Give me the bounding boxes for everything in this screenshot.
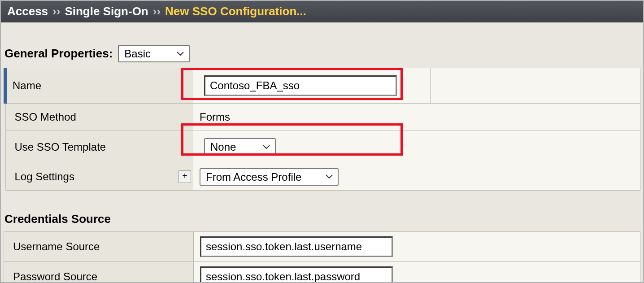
credentials-source-title: Credentials Source: [4, 212, 111, 226]
sso-template-select[interactable]: None: [204, 138, 276, 156]
cell-log-settings: From Access Profile: [193, 163, 640, 191]
row-username-source: Username Source: [4, 232, 640, 262]
row-name: Name: [5, 68, 640, 104]
cell-name-extra: [431, 68, 640, 104]
cell-name-value: [193, 68, 431, 104]
breadcrumb-current: New SSO Configuration...: [165, 4, 306, 18]
label-name: Name: [5, 68, 193, 104]
row-password-source: Password Source: [4, 262, 640, 283]
view-mode-select[interactable]: Basic: [118, 45, 190, 62]
label-password-source: Password Source: [4, 262, 194, 283]
username-source-input[interactable]: [200, 236, 393, 257]
credentials-source-table: Username Source Password Source: [4, 231, 640, 283]
breadcrumb: Access ›› Single Sign-On ›› New SSO Conf…: [1, 1, 643, 22]
label-sso-method: SSO Method: [5, 104, 193, 131]
general-properties-title: General Properties:: [4, 47, 113, 61]
row-log-settings: Log Settings + From Access Profile: [5, 163, 640, 191]
value-sso-method: Forms: [193, 104, 640, 131]
breadcrumb-separator: ››: [153, 4, 161, 18]
log-settings-select[interactable]: From Access Profile: [200, 168, 339, 186]
general-properties-table: Name SSO Method Forms Use SSO Template: [4, 68, 640, 191]
breadcrumb-item-access[interactable]: Access: [7, 4, 48, 18]
name-input[interactable]: [204, 75, 397, 96]
row-sso-method: SSO Method Forms: [5, 104, 640, 131]
cell-username-source: [194, 232, 640, 262]
general-properties-heading: General Properties: Basic: [4, 31, 640, 65]
credentials-source-heading: Credentials Source: [4, 191, 640, 229]
label-log-settings: Log Settings +: [5, 163, 193, 191]
breadcrumb-separator: ››: [52, 4, 60, 18]
view-mode-select-wrap: Basic: [118, 45, 190, 62]
label-log-settings-text: Log Settings: [15, 170, 74, 183]
label-username-source: Username Source: [4, 232, 194, 262]
breadcrumb-item-sso[interactable]: Single Sign-On: [65, 4, 148, 18]
row-sso-template: Use SSO Template None: [5, 131, 640, 163]
password-source-input[interactable]: [200, 266, 393, 283]
log-settings-add-button[interactable]: +: [178, 170, 191, 183]
label-sso-template: Use SSO Template: [5, 131, 193, 163]
cell-sso-template: None: [193, 131, 640, 163]
cell-password-source: [194, 262, 640, 283]
